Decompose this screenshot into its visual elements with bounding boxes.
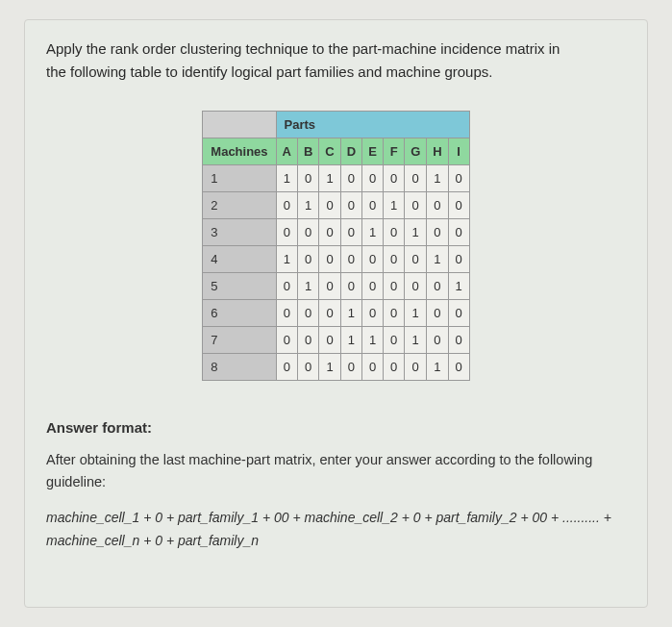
matrix-cell: 0 bbox=[405, 354, 427, 381]
matrix-cell: 0 bbox=[319, 192, 340, 219]
matrix-cell: 1 bbox=[448, 273, 469, 300]
machine-row-label: 7 bbox=[203, 327, 276, 354]
matrix-cell: 0 bbox=[340, 354, 361, 381]
matrix-cell: 0 bbox=[362, 165, 384, 192]
matrix-cell: 0 bbox=[276, 192, 297, 219]
corner-cell bbox=[203, 112, 276, 138]
matrix-cell: 0 bbox=[276, 219, 297, 246]
matrix-cell: 0 bbox=[427, 192, 448, 219]
matrix-cell: 0 bbox=[362, 354, 384, 381]
matrix-cell: 0 bbox=[448, 300, 469, 327]
matrix-cell: 1 bbox=[427, 354, 448, 381]
matrix-cell: 0 bbox=[405, 165, 427, 192]
matrix-cell: 0 bbox=[276, 273, 297, 300]
machine-row-label: 3 bbox=[203, 219, 276, 246]
matrix-cell: 1 bbox=[319, 165, 340, 192]
incidence-matrix-table: Parts Machines A B C D E F G H I 1101000… bbox=[202, 111, 469, 381]
part-col: D bbox=[340, 138, 361, 165]
machine-row-label: 2 bbox=[203, 192, 276, 219]
matrix-cell: 0 bbox=[276, 327, 297, 354]
question-text: Apply the rank order clustering techniqu… bbox=[46, 38, 626, 84]
machine-row-label: 5 bbox=[203, 273, 276, 300]
part-col: G bbox=[405, 138, 427, 165]
matrix-cell: 0 bbox=[405, 273, 427, 300]
machines-label: Machines bbox=[203, 138, 276, 165]
question-line-1: Apply the rank order clustering techniqu… bbox=[46, 40, 560, 57]
part-col: H bbox=[427, 138, 448, 165]
matrix-cell: 1 bbox=[362, 327, 384, 354]
machine-row-label: 4 bbox=[203, 246, 276, 273]
table-row: 1101000010 bbox=[203, 165, 469, 192]
matrix-cell: 0 bbox=[297, 327, 318, 354]
answer-format-instruction: After obtaining the last machine-part ma… bbox=[46, 449, 626, 493]
matrix-cell: 0 bbox=[319, 327, 340, 354]
matrix-cell: 0 bbox=[384, 300, 405, 327]
matrix-cell: 1 bbox=[276, 246, 297, 273]
matrix-cell: 1 bbox=[405, 219, 427, 246]
matrix-cell: 0 bbox=[362, 273, 384, 300]
table-row: 4100000010 bbox=[203, 246, 469, 273]
matrix-cell: 0 bbox=[297, 246, 318, 273]
matrix-cell: 0 bbox=[276, 300, 297, 327]
table-row: 3000010100 bbox=[203, 219, 469, 246]
matrix-cell: 0 bbox=[384, 246, 405, 273]
matrix-cell: 0 bbox=[362, 246, 384, 273]
matrix-cell: 1 bbox=[276, 165, 297, 192]
matrix-cell: 0 bbox=[319, 246, 340, 273]
matrix-cell: 0 bbox=[448, 219, 469, 246]
matrix-cell: 0 bbox=[405, 192, 427, 219]
machine-row-label: 8 bbox=[203, 354, 276, 381]
matrix-cell: 0 bbox=[448, 327, 469, 354]
matrix-cell: 0 bbox=[448, 165, 469, 192]
matrix-cell: 1 bbox=[297, 273, 318, 300]
matrix-cell: 1 bbox=[427, 165, 448, 192]
matrix-cell: 0 bbox=[340, 192, 361, 219]
matrix-cell: 0 bbox=[384, 273, 405, 300]
matrix-cell: 0 bbox=[427, 300, 448, 327]
question-container: Apply the rank order clustering techniqu… bbox=[24, 19, 648, 608]
matrix-cell: 0 bbox=[384, 165, 405, 192]
part-col: A bbox=[276, 138, 297, 165]
part-col: C bbox=[319, 138, 340, 165]
answer-format-template: machine_cell_1 + 0 + part_family_1 + 00 … bbox=[46, 507, 626, 553]
matrix-cell: 1 bbox=[405, 300, 427, 327]
matrix-cell: 1 bbox=[319, 354, 340, 381]
matrix-cell: 1 bbox=[297, 192, 318, 219]
matrix-cell: 0 bbox=[297, 300, 318, 327]
matrix-cell: 0 bbox=[448, 192, 469, 219]
table-row: 2010001000 bbox=[203, 192, 469, 219]
part-col: E bbox=[362, 138, 384, 165]
matrix-cell: 0 bbox=[340, 219, 361, 246]
matrix-cell: 0 bbox=[384, 327, 405, 354]
matrix-cell: 0 bbox=[427, 273, 448, 300]
parts-header: Parts bbox=[276, 112, 469, 138]
part-col: F bbox=[384, 138, 405, 165]
question-line-2: the following table to identify logical … bbox=[46, 63, 492, 80]
matrix-cell: 0 bbox=[340, 165, 361, 192]
matrix-cell: 0 bbox=[384, 219, 405, 246]
matrix-cell: 0 bbox=[427, 327, 448, 354]
matrix-cell: 0 bbox=[340, 273, 361, 300]
matrix-cell: 1 bbox=[362, 219, 384, 246]
machine-row-label: 1 bbox=[203, 165, 276, 192]
matrix-cell: 0 bbox=[448, 246, 469, 273]
matrix-cell: 0 bbox=[297, 354, 318, 381]
matrix-cell: 0 bbox=[297, 165, 318, 192]
matrix-cell: 0 bbox=[427, 219, 448, 246]
matrix-cell: 0 bbox=[448, 354, 469, 381]
matrix-cell: 1 bbox=[384, 192, 405, 219]
matrix-cell: 0 bbox=[340, 246, 361, 273]
matrix-cell: 1 bbox=[405, 327, 427, 354]
table-row: Parts bbox=[203, 112, 469, 138]
table-row: 7000110100 bbox=[203, 327, 469, 354]
matrix-cell: 0 bbox=[362, 192, 384, 219]
matrix-cell: 0 bbox=[362, 300, 384, 327]
matrix-cell: 0 bbox=[384, 354, 405, 381]
table-row: 6000100100 bbox=[203, 300, 469, 327]
table-row: 5010000001 bbox=[203, 273, 469, 300]
part-col: I bbox=[448, 138, 469, 165]
table-wrapper: Parts Machines A B C D E F G H I 1101000… bbox=[46, 111, 626, 381]
matrix-cell: 1 bbox=[340, 327, 361, 354]
matrix-cell: 0 bbox=[297, 219, 318, 246]
table-row: Machines A B C D E F G H I bbox=[203, 138, 469, 165]
